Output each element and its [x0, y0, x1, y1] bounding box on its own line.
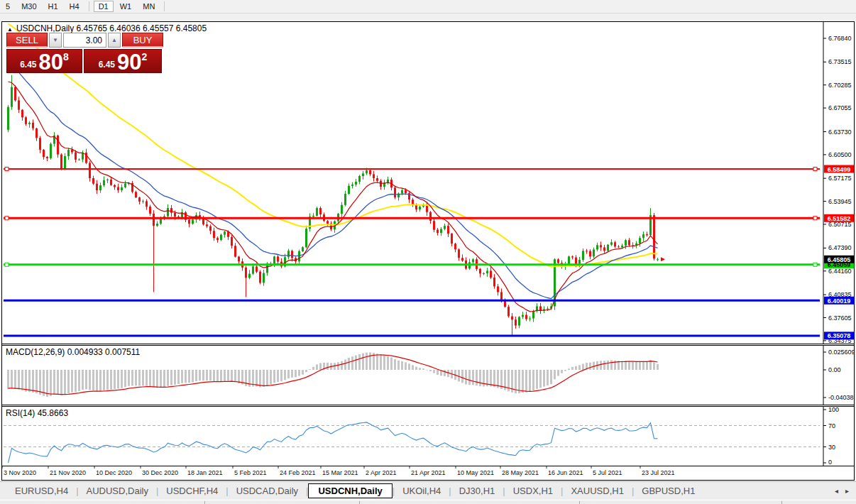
ma-fast-line — [9, 82, 658, 312]
chart-ohlc-values: 6.45765 6.46036 6.45557 6.45805 — [77, 23, 207, 33]
date-tick-label: 16 Jun 2021 — [548, 469, 583, 476]
trading-terminal: 5M30H1H4D1W1MN 6.768406.735156.702856.67… — [0, 0, 856, 504]
buy-price-prefix: 6.45 — [99, 60, 115, 70]
ma-mid-line — [9, 63, 658, 298]
sell-price-prefix: 6.45 — [20, 60, 36, 70]
svg-text:6.76840: 6.76840 — [828, 35, 852, 42]
svg-text:6.60500: 6.60500 — [828, 151, 852, 158]
svg-text:6.57175: 6.57175 — [828, 175, 852, 182]
svg-text:100: 100 — [828, 407, 839, 413]
sell-button[interactable]: SELL — [6, 33, 48, 48]
arrow-up-icon: ▲ — [111, 37, 117, 43]
toolbar-separator — [164, 1, 165, 11]
status-divider — [359, 501, 360, 504]
volume-increase-button[interactable]: ▲ — [108, 33, 121, 48]
bid-price-marker — [661, 257, 665, 261]
date-axis: 3 Nov 202021 Nov 202010 Dec 202030 Dec 2… — [2, 466, 854, 480]
one-click-trading-panel: SELL ▼ ▲ BUY 6.45808 6.45902 — [6, 33, 163, 73]
chart-tab-bar: EURUSD,H4|AUDUSD,Daily|USDCHF,H4|USDCAD,… — [0, 481, 856, 499]
buy-price-panel[interactable]: 6.45902 — [84, 49, 162, 73]
chart-window: 6.768406.735156.702856.670556.637306.605… — [1, 21, 855, 481]
date-tick-label: 21 Nov 2020 — [50, 469, 86, 476]
timeframe-h4[interactable]: H4 — [65, 1, 84, 12]
buy-button[interactable]: BUY — [122, 33, 163, 48]
timeframe-d1[interactable]: D1 — [94, 1, 114, 12]
svg-text:6.51582: 6.51582 — [828, 215, 851, 222]
status-divider — [204, 501, 205, 504]
sell-price-panel[interactable]: 6.45808 — [6, 49, 82, 73]
date-tick-label: 10 May 2021 — [457, 469, 494, 476]
macd-axis: 0.0256090.00-0.04038 — [823, 346, 854, 405]
tab-scroll-right-icon[interactable]: ▸ — [845, 487, 849, 495]
svg-text:0.025609: 0.025609 — [828, 349, 854, 356]
svg-text:6.67055: 6.67055 — [828, 104, 852, 111]
date-tick-label: 18 Jan 2021 — [187, 469, 223, 476]
tab-audusd-daily[interactable]: AUDUSD,Daily — [79, 483, 156, 498]
svg-text:70: 70 — [828, 422, 835, 429]
macd-histogram-layer — [7, 353, 659, 398]
arrow-down-icon: ▼ — [53, 37, 58, 43]
date-tick-label: 5 Jul 2021 — [593, 469, 622, 476]
status-divider — [579, 501, 580, 504]
timeframe-mn[interactable]: MN — [138, 1, 160, 12]
rsi-line — [9, 422, 658, 463]
price-axis: 6.768406.735156.702856.670556.637306.605… — [823, 22, 854, 344]
timeframe-w1[interactable]: W1 — [115, 1, 137, 12]
date-tick-label: 24 Feb 2021 — [280, 469, 316, 476]
level-anchor-square[interactable] — [5, 217, 9, 220]
svg-text:6.53945: 6.53945 — [828, 198, 852, 205]
rsi-pane: 10070300 RSI(14) 45.8663 — [2, 407, 854, 466]
timeframe-5[interactable]: 5 — [1, 1, 15, 12]
level-anchor-square[interactable] — [5, 263, 9, 266]
svg-text:6.37605: 6.37605 — [828, 314, 852, 322]
tab-gbpusd-h1[interactable]: GBPUSD,H1 — [634, 483, 703, 498]
date-tick-label: 15 Mar 2021 — [322, 469, 358, 476]
macd-pane: 0.0256090.00-0.04038 MACD(12,26,9) 0.004… — [2, 346, 854, 405]
tab-dj30-h1[interactable]: DJ30,H1 — [451, 483, 503, 498]
svg-text:6.70285: 6.70285 — [828, 82, 852, 89]
sell-price-sup: 8 — [63, 51, 69, 62]
candles-layer — [7, 75, 659, 336]
svg-text:0: 0 — [828, 459, 832, 466]
date-tick-label: 2 Apr 2021 — [366, 469, 397, 476]
collapse-arrow-icon[interactable]: ▲ — [7, 26, 13, 33]
rsi-canvas[interactable]: 10070300 — [2, 407, 854, 466]
tab-usdx-h1[interactable]: USDX,H1 — [505, 483, 561, 498]
tab-xauusd-h1[interactable]: XAUUSD,H1 — [563, 483, 631, 498]
chart-symbol-label: USDCNH,Daily — [16, 23, 74, 33]
svg-text:-0.04038: -0.04038 — [828, 394, 854, 401]
volume-decrease-button[interactable]: ▼ — [49, 33, 62, 48]
tab-scroll-left-icon[interactable]: ◂ — [835, 487, 838, 495]
svg-text:6.73515: 6.73515 — [828, 58, 852, 65]
timeframe-toolbar: 5M30H1H4D1W1MN — [0, 0, 856, 13]
main-chart-pane: 6.768406.735156.702856.670556.637306.605… — [2, 22, 854, 344]
status-divider — [781, 501, 782, 504]
tab-usdcnh-daily[interactable]: USDCNH,Daily — [308, 483, 392, 498]
level-anchor-square[interactable] — [813, 217, 817, 220]
tab-ukoil-h4[interactable]: UKOil,H4 — [395, 483, 449, 498]
date-tick-label: 5 Feb 2021 — [234, 469, 267, 476]
level-anchor-square[interactable] — [813, 263, 817, 266]
rsi-label: RSI(14) 45.8663 — [6, 408, 68, 418]
level-anchor-square[interactable] — [813, 168, 817, 171]
tab-scroll-arrows: ◂▸ — [835, 487, 849, 495]
chart-title: ▲USDCNH,Daily 6.45765 6.46036 6.45557 6.… — [7, 23, 207, 33]
svg-text:6.63730: 6.63730 — [828, 128, 852, 136]
tab-eurusd-h4[interactable]: EURUSD,H4 — [7, 483, 76, 498]
status-strip — [0, 500, 856, 504]
timeframe-h1[interactable]: H1 — [43, 1, 63, 12]
tab-usdcad-daily[interactable]: USDCAD,Daily — [229, 483, 306, 498]
horizontal-levels-layer[interactable] — [4, 168, 820, 336]
volume-input[interactable] — [63, 33, 106, 48]
svg-text:30: 30 — [828, 444, 835, 451]
buy-price-big: 90 — [117, 52, 141, 72]
date-tick-label: 21 Apr 2021 — [411, 469, 446, 476]
date-tick-label: 10 Dec 2020 — [96, 469, 132, 476]
timeframe-m30[interactable]: M30 — [16, 1, 41, 12]
sell-price-big: 80 — [39, 52, 63, 72]
tab-usdchf-h4[interactable]: USDCHF,H4 — [158, 483, 226, 498]
date-tick-label: 23 Jul 2021 — [642, 469, 675, 476]
macd-signal-line — [9, 355, 658, 395]
level-anchor-square[interactable] — [5, 168, 9, 171]
svg-text:0.00: 0.00 — [828, 366, 841, 373]
